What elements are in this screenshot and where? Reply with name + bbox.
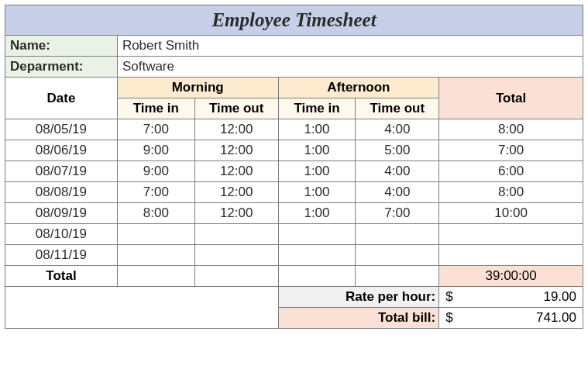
name-label: Name: [5,36,118,57]
cell-afternoon-in: 1:00 [278,140,356,161]
cell-afternoon-in: 1:00 [278,119,356,140]
sheet-title: Employee Timesheet [5,5,583,36]
table-row: 08/07/19 9:00 12:00 1:00 4:00 6:00 [5,161,583,182]
cell-date: 08/05/19 [5,119,118,140]
table-row: 08/11/19 [5,245,583,266]
rate-amount: 19.00 [445,289,576,305]
cell-total: 6:00 [439,161,583,182]
cell-morning-out: 12:00 [194,119,278,140]
cell-afternoon-out: 5:00 [356,140,439,161]
cell-total: 8:00 [439,182,583,203]
total-blank [278,266,356,287]
currency-symbol: $ [445,289,452,305]
cell-morning-in: 8:00 [117,203,194,224]
header-total: Total [439,78,583,119]
cell-morning-out: 12:00 [194,161,278,182]
cell-morning-in [117,224,194,245]
cell-date: 08/08/19 [5,182,118,203]
table-row: 08/10/19 [5,224,583,245]
rate-label: Rate per hour: [278,287,439,308]
department-label: Deparment: [5,57,118,78]
cell-morning-in: 9:00 [117,161,194,182]
cell-morning-in: 9:00 [117,140,194,161]
cell-afternoon-in [278,245,356,266]
cell-afternoon-out [356,245,439,266]
cell-date: 08/11/19 [5,245,118,266]
total-hours: 39:00:00 [439,266,583,287]
cell-date: 08/07/19 [5,161,118,182]
rate-value: $ 19.00 [439,287,583,308]
name-value: Robert Smith [117,36,583,57]
cell-date: 08/06/19 [5,140,118,161]
cell-afternoon-in [278,224,356,245]
header-afternoon-out: Time out [356,98,439,119]
currency-symbol: $ [445,310,452,326]
cell-afternoon-out: 4:00 [356,161,439,182]
cell-morning-out: 12:00 [194,182,278,203]
header-afternoon-in: Time in [278,98,356,119]
bill-amount: 741.00 [445,310,576,326]
cell-total: 10:00 [439,203,583,224]
timesheet-table: Employee Timesheet Name: Robert Smith De… [5,5,583,329]
cell-total [439,245,583,266]
table-row: 08/06/19 9:00 12:00 1:00 5:00 7:00 [5,140,583,161]
cell-afternoon-out: 7:00 [356,203,439,224]
header-afternoon: Afternoon [278,78,439,98]
header-date: Date [5,78,118,119]
cell-morning-in [117,245,194,266]
total-blank [194,266,278,287]
cell-morning-in: 7:00 [117,182,194,203]
cell-afternoon-out [356,224,439,245]
cell-afternoon-out: 4:00 [356,119,439,140]
bill-label: Total bill: [278,308,439,329]
table-row: 08/05/19 7:00 12:00 1:00 4:00 8:00 [5,119,583,140]
cell-afternoon-in: 1:00 [278,203,356,224]
blank-area [5,287,279,329]
cell-morning-in: 7:00 [117,119,194,140]
cell-morning-out [194,224,278,245]
cell-date: 08/10/19 [5,224,118,245]
table-row: 08/08/19 7:00 12:00 1:00 4:00 8:00 [5,182,583,203]
cell-total: 7:00 [439,140,583,161]
header-morning-in: Time in [117,98,194,119]
header-morning: Morning [117,78,278,98]
total-label: Total [5,266,118,287]
cell-morning-out: 12:00 [194,140,278,161]
cell-morning-out: 12:00 [194,203,278,224]
cell-total [439,224,583,245]
cell-total: 8:00 [439,119,583,140]
table-row: 08/09/19 8:00 12:00 1:00 7:00 10:00 [5,203,583,224]
total-blank [356,266,439,287]
cell-date: 08/09/19 [5,203,118,224]
cell-afternoon-out: 4:00 [356,182,439,203]
cell-afternoon-in: 1:00 [278,161,356,182]
cell-afternoon-in: 1:00 [278,182,356,203]
bill-value: $ 741.00 [439,308,583,329]
cell-morning-out [194,245,278,266]
header-morning-out: Time out [194,98,278,119]
department-value: Software [117,57,583,78]
total-blank [117,266,194,287]
